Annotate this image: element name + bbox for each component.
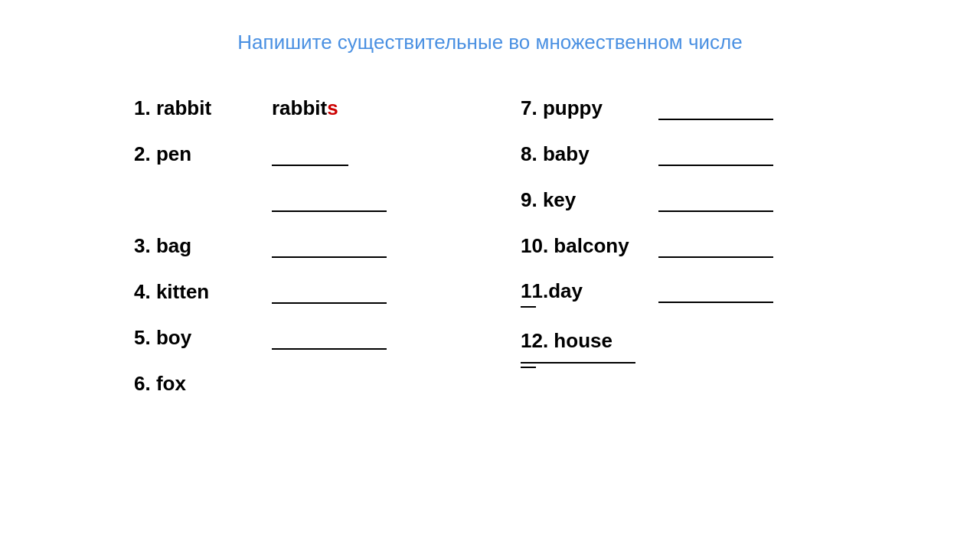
word-label-11: 11.day	[521, 279, 658, 303]
answer-area-3	[272, 250, 459, 258]
answer-line-3	[272, 256, 387, 258]
word-label-10: 10. balcony	[521, 234, 658, 258]
list-item: 11.day	[521, 269, 846, 318]
word-label-5: 5. boy	[134, 326, 272, 350]
word-label-3: 3. bag	[134, 234, 272, 258]
small-line-12	[521, 367, 536, 368]
list-item: 2. pen	[134, 131, 459, 177]
word-label-8: 8. baby	[521, 142, 658, 166]
answer-line-9	[658, 210, 773, 212]
answer-area-blank	[272, 204, 459, 212]
answer-area-9	[658, 204, 846, 212]
word-label-2: 2. pen	[134, 142, 272, 166]
answer-line-2	[272, 165, 348, 166]
list-item	[134, 177, 459, 223]
answer-line-4	[272, 302, 387, 304]
answer-area-5	[272, 342, 459, 350]
list-item: 7. puppy	[521, 85, 846, 131]
word-label-12: 12. house	[521, 329, 658, 353]
list-item: 12. house	[521, 318, 846, 379]
list-item: 9. key	[521, 177, 846, 223]
answer-text-1: rabbits	[272, 96, 338, 120]
small-line-11	[521, 306, 536, 308]
answer-area-2	[272, 158, 459, 166]
answer-line-12	[521, 362, 635, 364]
answer-line-8	[658, 165, 773, 166]
answer-line-blank	[272, 210, 387, 212]
exercise-grid: 1. rabbit rabbits 2. pen	[134, 85, 846, 406]
answer-line-5	[272, 348, 387, 350]
answer-area-4	[272, 296, 459, 304]
word-label-7: 7. puppy	[521, 96, 658, 120]
answer-area-8	[658, 158, 846, 166]
right-column: 7. puppy 8. baby 9. key	[521, 85, 846, 406]
list-item: 8. baby	[521, 131, 846, 177]
list-item: 4. kitten	[134, 269, 459, 315]
word-label-9: 9. key	[521, 188, 658, 212]
answer-line-10	[658, 256, 773, 258]
list-item: 1. rabbit rabbits	[134, 85, 459, 131]
word-label-1: 1. rabbit	[134, 96, 272, 120]
page-title: Напишите существительные во множественно…	[134, 31, 846, 54]
word-label-6: 6. fox	[134, 372, 272, 396]
answer-line-7	[658, 119, 773, 120]
list-item: 3. bag	[134, 223, 459, 269]
word-label-4: 4. kitten	[134, 280, 272, 304]
list-item: 6. fox	[134, 360, 459, 406]
list-item: 10. balcony	[521, 223, 846, 269]
list-item: 5. boy	[134, 315, 459, 360]
answer-area-11	[658, 295, 846, 303]
answer-area-7	[658, 112, 846, 120]
answer-area-10	[658, 250, 846, 258]
highlight-s: s	[327, 96, 338, 119]
answer-area-1: rabbits	[272, 96, 459, 120]
left-column: 1. rabbit rabbits 2. pen	[134, 85, 459, 406]
answer-line-11	[658, 302, 773, 303]
